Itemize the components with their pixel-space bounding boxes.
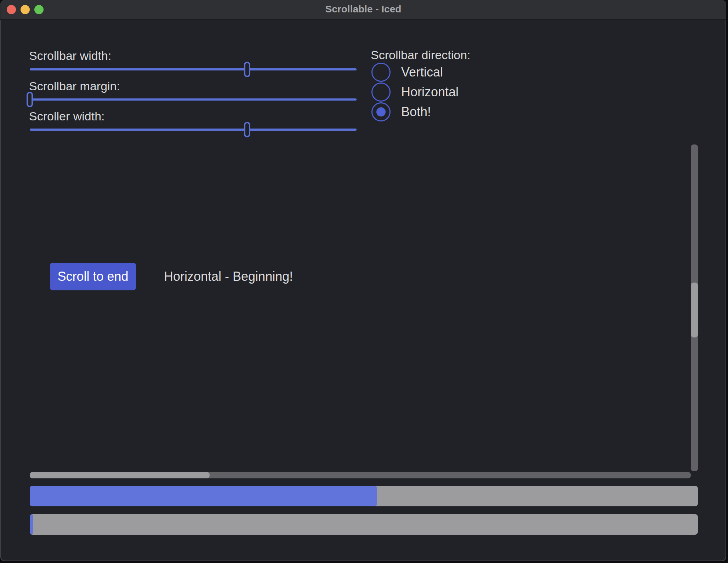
scrollbar-margin-slider[interactable]	[30, 92, 357, 107]
radio-dot-icon	[376, 107, 386, 116]
scroller-width-slider[interactable]	[30, 122, 357, 137]
radio-horizontal[interactable]: Horizontal	[371, 82, 459, 102]
vertical-scrollbar-thumb[interactable]	[691, 283, 698, 337]
radio-label: Vertical	[401, 66, 443, 79]
vertical-progress-bar	[30, 514, 698, 535]
vertical-scrollbar-track[interactable]	[691, 144, 698, 471]
slider-handle[interactable]	[27, 92, 33, 107]
title-bar[interactable]: Scrollable - Iced	[0, 0, 726, 20]
horizontal-scrollbar-track[interactable]	[30, 472, 691, 478]
slider-rail[interactable]	[30, 68, 357, 70]
radio-circle-icon[interactable]	[371, 102, 391, 121]
screenshot-canvas: Scrollable - Iced Scrollbar width: Scrol…	[0, 0, 728, 563]
radio-both[interactable]: Both!	[371, 102, 431, 122]
scroll-status-text: Horizontal - Beginning!	[164, 263, 293, 290]
scroller-width-label: Scroller width:	[29, 110, 105, 122]
scrollbar-width-slider[interactable]	[30, 62, 357, 77]
progress-fill	[30, 486, 377, 506]
window-title: Scrollable - Iced	[0, 0, 726, 19]
horizontal-progress-bar	[30, 486, 698, 506]
scrollbar-width-label: Scrollbar width:	[29, 50, 111, 62]
scroll-to-end-button[interactable]: Scroll to end	[50, 263, 136, 290]
radio-circle-icon[interactable]	[371, 83, 391, 102]
radio-label: Both!	[401, 106, 431, 118]
radio-vertical[interactable]: Vertical	[371, 62, 443, 82]
scrollbar-direction-label: Scrollbar direction:	[371, 49, 471, 61]
slider-handle[interactable]	[244, 122, 250, 137]
radio-label: Horizontal	[401, 86, 459, 98]
scrollbar-margin-label: Scrollbar margin:	[29, 80, 120, 92]
slider-rail[interactable]	[30, 98, 357, 101]
app-window: Scrollable - Iced Scrollbar width: Scrol…	[0, 0, 726, 561]
slider-rail[interactable]	[30, 129, 357, 131]
progress-fill	[30, 514, 33, 535]
radio-circle-icon[interactable]	[371, 63, 391, 82]
horizontal-scrollbar-thumb[interactable]	[30, 472, 210, 478]
slider-handle[interactable]	[244, 62, 250, 77]
